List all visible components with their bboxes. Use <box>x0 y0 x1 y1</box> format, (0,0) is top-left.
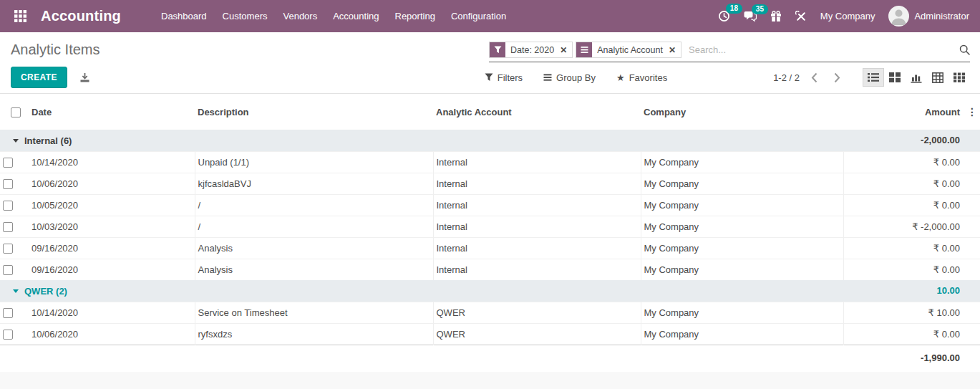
table-body: Internal (6)-2,000.0010/14/2020Unpaid (1… <box>0 130 980 345</box>
rewards-button[interactable] <box>770 11 782 22</box>
menu-customers[interactable]: Customers <box>223 1 268 32</box>
cell-amount: ₹ -2,000.00 <box>843 216 964 237</box>
row-checkbox[interactable] <box>3 244 13 254</box>
user-menu[interactable]: Administrator <box>888 6 969 27</box>
activity-count-badge: 18 <box>726 4 742 14</box>
table-row[interactable]: 09/16/2020AnalysisInternalMy Company₹ 0.… <box>0 259 980 280</box>
cell-analytic-account: Internal <box>433 216 641 237</box>
cell-analytic-account: QWER <box>433 323 641 345</box>
pager-next-icon[interactable] <box>828 69 845 86</box>
favorites-button[interactable]: ★ Favorites <box>616 72 667 83</box>
cell-analytic-account: Internal <box>433 173 641 194</box>
column-header-analytic-account[interactable]: Analytic Account <box>433 94 641 130</box>
menu-dashboard[interactable]: Dashboard <box>161 1 207 32</box>
cell-amount: ₹ 0.00 <box>843 173 964 194</box>
menu-configuration[interactable]: Configuration <box>451 1 506 32</box>
view-kanban-button[interactable] <box>884 68 906 87</box>
table-row[interactable]: 09/16/2020AnalysisInternalMy Company₹ 0.… <box>0 237 980 259</box>
main-menu: Dashboard Customers Vendors Accounting R… <box>161 1 506 32</box>
list-view: Date Description Analytic Account Compan… <box>0 93 980 370</box>
group-by-bars-icon <box>576 42 592 57</box>
cell-description: / <box>195 194 433 216</box>
avatar <box>888 6 909 27</box>
select-all-checkbox[interactable] <box>11 107 21 117</box>
group-by-button[interactable]: Group By <box>543 72 596 83</box>
row-checkbox[interactable] <box>3 222 13 232</box>
view-pivot-button[interactable] <box>927 68 949 87</box>
group-toggle[interactable]: QWER (2) <box>0 280 843 302</box>
optional-columns-icon[interactable]: ⋮ <box>967 106 977 117</box>
table-row[interactable]: 10/14/2020Service on TimesheetQWERMy Com… <box>0 302 980 323</box>
cell-date: 10/05/2020 <box>29 194 195 216</box>
row-checkbox[interactable] <box>3 265 13 275</box>
cell-amount: ₹ 0.00 <box>843 323 964 345</box>
group-toggle[interactable]: Internal (6) <box>0 130 843 151</box>
facet-remove-icon[interactable]: ✕ <box>559 42 572 57</box>
grid-3x3-icon <box>14 10 26 22</box>
row-checkbox[interactable] <box>3 308 13 318</box>
gift-icon <box>770 11 782 22</box>
row-checkbox[interactable] <box>3 158 13 168</box>
cell-amount: ₹ 10.00 <box>843 302 964 323</box>
column-header-description[interactable]: Description <box>195 94 433 130</box>
view-grid-button[interactable] <box>949 68 970 87</box>
search-options: Filters Group By ★ Favorites <box>485 72 667 83</box>
apps-menu-icon[interactable] <box>11 7 29 26</box>
group-label: Internal (6) <box>24 135 72 146</box>
kanban-view-icon <box>889 72 901 83</box>
create-button[interactable]: CREATE <box>11 67 67 88</box>
view-graph-button[interactable] <box>906 68 927 87</box>
company-switcher[interactable]: My Company <box>820 11 875 21</box>
column-header-amount[interactable]: Amount <box>843 94 964 130</box>
group-header-row[interactable]: Internal (6)-2,000.00 <box>0 130 980 151</box>
activities-button[interactable]: 18 <box>718 10 730 22</box>
group-by-label: Group By <box>556 72 596 83</box>
search-icon[interactable] <box>959 44 970 55</box>
cell-date: 10/06/2020 <box>29 173 195 194</box>
column-header-company[interactable]: Company <box>641 94 843 130</box>
top-navbar: Accounting Dashboard Customers Vendors A… <box>0 0 980 32</box>
row-checkbox[interactable] <box>3 201 13 211</box>
table-footer-row: -1,990.00 <box>0 345 980 370</box>
menu-accounting[interactable]: Accounting <box>333 1 379 32</box>
group-amount: 10.00 <box>843 280 964 302</box>
table-row[interactable]: 10/05/2020/InternalMy Company₹ 0.00 <box>0 194 980 216</box>
grid-view-icon <box>954 72 965 83</box>
systray: 18 35 My Company <box>718 6 969 27</box>
cell-description: Analysis <box>195 259 433 280</box>
search-bar: Date: 2020 ✕ Analytic Account ✕ <box>489 42 970 62</box>
table-row[interactable]: 10/06/2020kjfcasldaBVJInternalMy Company… <box>0 173 980 194</box>
tools-button[interactable] <box>795 11 807 22</box>
cell-date: 09/16/2020 <box>29 237 195 259</box>
crossed-tools-icon <box>795 11 807 22</box>
menu-vendors[interactable]: Vendors <box>283 1 317 32</box>
pager-previous-icon[interactable] <box>805 69 823 86</box>
table-row[interactable]: 10/14/2020Unpaid (1/1)InternalMy Company… <box>0 151 980 173</box>
content-background <box>0 372 980 389</box>
menu-reporting[interactable]: Reporting <box>395 1 435 32</box>
facet-remove-icon[interactable]: ✕ <box>668 42 681 57</box>
row-checkbox[interactable] <box>3 330 13 340</box>
group-amount: -2,000.00 <box>843 130 964 151</box>
facet-label: Analytic Account <box>592 42 668 57</box>
column-header-date[interactable]: Date <box>29 94 195 130</box>
cell-company: My Company <box>641 151 843 173</box>
funnel-icon <box>485 73 493 82</box>
table-row[interactable]: 10/03/2020/InternalMy Company₹ -2,000.00 <box>0 216 980 237</box>
cell-description: Unpaid (1/1) <box>195 151 433 173</box>
search-input[interactable] <box>684 44 956 55</box>
group-header-row[interactable]: QWER (2)10.00 <box>0 280 980 302</box>
filters-button[interactable]: Filters <box>485 72 523 83</box>
cell-amount: ₹ 0.00 <box>843 194 964 216</box>
caret-down-icon <box>13 139 19 143</box>
table-row[interactable]: 10/06/2020ryfsxdzsQWERMy Company₹ 0.00 <box>0 323 980 345</box>
messages-button[interactable]: 35 <box>744 11 757 22</box>
row-checkbox[interactable] <box>3 179 13 189</box>
export-download-icon[interactable] <box>79 72 90 83</box>
page-title: Analytic Items <box>11 42 100 58</box>
view-list-button[interactable] <box>863 68 884 87</box>
cell-company: My Company <box>641 259 843 280</box>
cell-date: 10/14/2020 <box>29 151 195 173</box>
filters-label: Filters <box>498 72 523 83</box>
pivot-view-icon <box>932 72 943 83</box>
